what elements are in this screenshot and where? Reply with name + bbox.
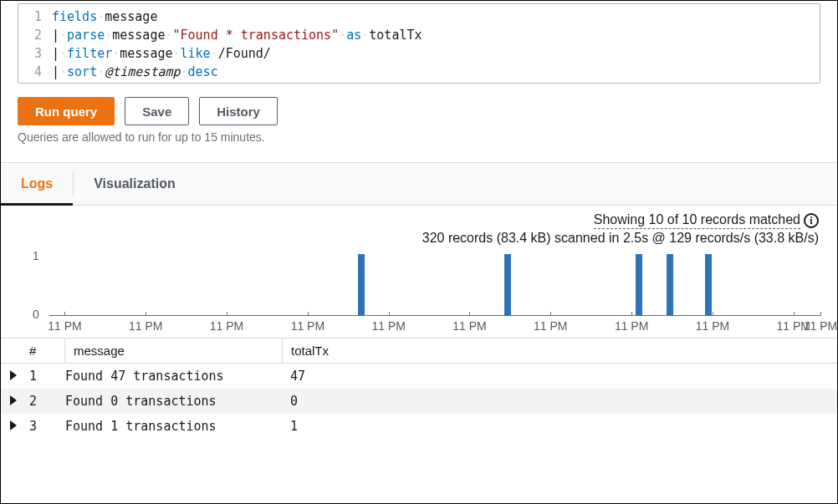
line-number: 2 xyxy=(18,26,52,44)
cell-totaltx: 0 xyxy=(282,394,837,409)
line-number: 3 xyxy=(18,44,52,63)
col-totaltx[interactable]: totalTx xyxy=(282,339,837,363)
results-table: # message totalTx 1Found 47 transactions… xyxy=(1,338,837,439)
x-tick-label: 11 PM xyxy=(129,319,162,333)
histogram-bar xyxy=(667,254,673,316)
line-number: 5 xyxy=(18,81,52,84)
histogram-bar xyxy=(705,254,712,316)
col-message[interactable]: message xyxy=(64,339,282,363)
scan-stats-line: 320 records (83.4 kB) scanned in 2.5s @ … xyxy=(18,231,819,246)
cell-totaltx: 1 xyxy=(282,419,837,434)
x-tick-label: 11 PM xyxy=(48,319,81,333)
action-bar: Run query Save History xyxy=(18,97,820,125)
y-tick-0: 0 xyxy=(33,308,39,321)
table-row[interactable]: 1Found 47 transactions47 xyxy=(1,364,837,389)
table-row[interactable]: 3Found 1 transactions1 xyxy=(1,414,837,439)
histogram-plot: 1 0 11 PM11 PM11 PM11 PM11 PM11 PM11 PM1… xyxy=(18,251,820,334)
cell-index: 3 xyxy=(26,419,64,434)
histogram-bar xyxy=(504,254,511,316)
chart-zone: Showing 10 of 10 records matched i 320 r… xyxy=(1,206,837,334)
col-index: # xyxy=(26,344,64,358)
code-line[interactable]: |·filter·message·like·/Found/ xyxy=(52,44,820,63)
results-tabbar: Logs Visualization xyxy=(1,162,837,206)
cell-message: Found 1 transactions xyxy=(64,419,282,434)
tab-visualization[interactable]: Visualization xyxy=(74,163,196,205)
records-matched-text: Showing 10 of 10 records matched xyxy=(594,212,800,229)
history-button[interactable]: History xyxy=(199,97,278,125)
x-tick-label: 11 PM xyxy=(210,319,243,333)
query-timeout-hint: Queries are allowed to run for up to 15 … xyxy=(18,130,820,144)
expand-row-icon[interactable] xyxy=(1,369,26,384)
cell-message: Found 0 transactions xyxy=(64,394,282,409)
code-line[interactable]: |·parse·message·"Found * transactions"·a… xyxy=(52,26,820,44)
line-number: 1 xyxy=(18,8,52,26)
cell-totaltx: 47 xyxy=(282,369,837,384)
cell-message: Found 47 transactions xyxy=(64,369,282,384)
x-tick-label: 11 PM xyxy=(452,319,486,333)
histogram-bars xyxy=(49,251,820,316)
x-tick-label: 11 PM xyxy=(615,319,648,333)
code-line[interactable]: fields·message xyxy=(52,8,820,26)
tab-logs[interactable]: Logs xyxy=(1,163,73,205)
y-tick-1: 1 xyxy=(33,249,39,262)
table-row[interactable]: 2Found 0 transactions0 xyxy=(1,389,837,414)
histogram-bar xyxy=(358,254,365,316)
cell-index: 2 xyxy=(26,394,64,409)
info-icon[interactable]: i xyxy=(804,213,819,228)
x-ticks: 11 PM11 PM11 PM11 PM11 PM11 PM11 PM11 PM… xyxy=(49,318,820,334)
x-tick-label: 11 PM xyxy=(371,319,405,333)
line-number: 4 xyxy=(18,63,52,81)
x-tick-label: 11 PM xyxy=(534,319,567,333)
records-matched-line: Showing 10 of 10 records matched i xyxy=(18,212,819,229)
run-query-button[interactable]: Run query xyxy=(18,97,115,125)
x-tick-label: 11 PM xyxy=(804,319,837,333)
expand-row-icon[interactable] xyxy=(1,419,26,434)
code-line[interactable]: |·sort·@timestamp·desc xyxy=(52,63,820,81)
expand-row-icon[interactable] xyxy=(1,394,26,409)
results-header: # message totalTx xyxy=(1,339,837,364)
histogram-bar xyxy=(636,254,642,316)
x-tick-label: 11 PM xyxy=(696,319,729,333)
cell-index: 1 xyxy=(26,369,64,384)
save-button[interactable]: Save xyxy=(125,97,189,125)
query-editor[interactable]: 1fields·message2|·parse·message·"Found *… xyxy=(18,3,820,84)
x-tick-label: 11 PM xyxy=(291,319,324,333)
